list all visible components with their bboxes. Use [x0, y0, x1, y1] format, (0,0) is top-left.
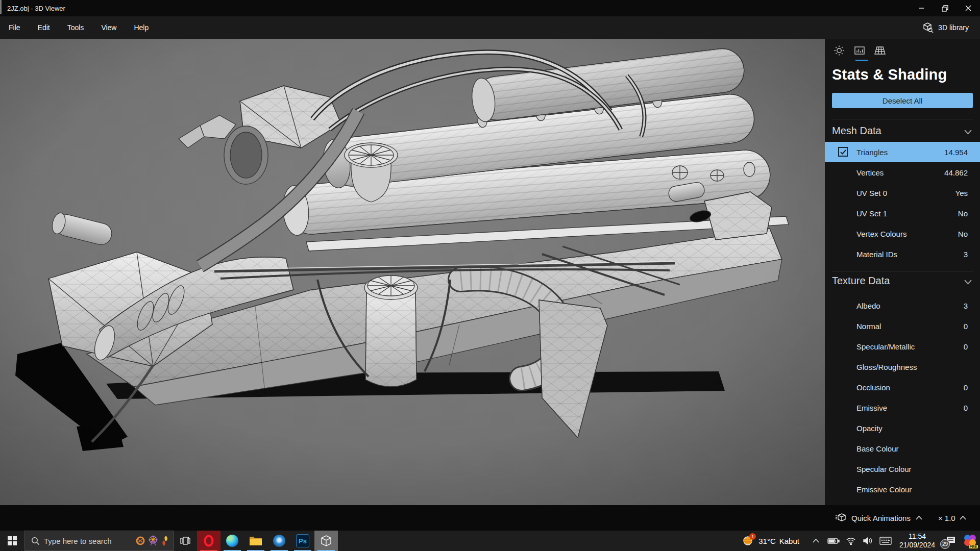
- touch-keyboard-icon[interactable]: [879, 531, 892, 551]
- row-label: Emissive Colour: [856, 485, 912, 494]
- colorful-app-preview-icon[interactable]: PRE: [964, 534, 977, 547]
- row-label: Triangles: [856, 148, 888, 157]
- tab-stats-shading[interactable]: [849, 40, 870, 61]
- row-value: 0: [964, 342, 968, 351]
- row-label: UV Set 0: [856, 189, 887, 197]
- battery-icon[interactable]: [827, 531, 840, 551]
- window-edge-highlight: [0, 0, 2, 14]
- menu-view[interactable]: View: [92, 16, 125, 39]
- restore-icon: [942, 5, 948, 12]
- row-label: Occlusion: [856, 383, 890, 392]
- clock-date: 21/09/2024: [899, 541, 935, 549]
- panel-title: Stats & Shading: [832, 66, 980, 83]
- row-label: UV Set 1: [856, 209, 887, 218]
- mesh-data-label: Mesh Data: [832, 125, 881, 137]
- row-uv-set-1[interactable]: UV Set 1 No: [825, 203, 980, 223]
- pretzel-icon: [135, 536, 145, 546]
- stats-panel: Stats & Shading Deselect All Mesh Data T…: [825, 39, 980, 505]
- wifi-icon[interactable]: [844, 531, 857, 551]
- minimize-button[interactable]: [910, 0, 933, 16]
- close-button[interactable]: [957, 0, 980, 16]
- search-input[interactable]: [44, 537, 131, 545]
- taskbar-app-edge[interactable]: [220, 531, 244, 551]
- photoshop-icon: Ps: [296, 534, 309, 547]
- windows-logo-icon: [8, 536, 17, 545]
- row-value: 0: [964, 322, 968, 331]
- 3d-library-button[interactable]: 3D library: [916, 16, 975, 39]
- hidden-icons-button[interactable]: [810, 531, 823, 551]
- triangles-checkbox[interactable]: [838, 147, 848, 157]
- menu-tools[interactable]: Tools: [59, 16, 93, 39]
- start-button[interactable]: [0, 531, 24, 551]
- row-value: 44.862: [944, 168, 968, 177]
- opera-icon: [203, 535, 215, 547]
- row-value: 3: [964, 250, 968, 259]
- stats-chart-icon: [854, 45, 865, 56]
- row-normal[interactable]: Normal 0: [825, 316, 980, 336]
- chevron-up-icon: [813, 539, 819, 543]
- row-label: Opacity: [856, 424, 883, 433]
- 3d-library-label: 3D library: [938, 23, 969, 32]
- taskbar-app-file-explorer[interactable]: [244, 531, 267, 551]
- edge-icon: [226, 535, 238, 547]
- row-material-ids[interactable]: Material IDs 3: [825, 244, 980, 264]
- row-specular-metallic[interactable]: Specular/Metallic 0: [825, 336, 980, 357]
- taskbar-app-3d-viewer[interactable]: [314, 531, 338, 551]
- window-controls: [910, 0, 980, 16]
- file-explorer-icon: [249, 535, 262, 546]
- taskbar-app-photoscape[interactable]: [267, 531, 291, 551]
- panel-tabs: [825, 39, 980, 62]
- row-value: 0: [964, 383, 968, 392]
- volume-icon[interactable]: [862, 531, 875, 551]
- temperature: 31°C: [758, 537, 776, 545]
- check-icon: [840, 149, 846, 155]
- tab-grid-wireframe[interactable]: [870, 40, 890, 61]
- row-vertex-colours[interactable]: Vertex Colours No: [825, 223, 980, 244]
- row-emissive[interactable]: Emissive 0: [825, 397, 980, 418]
- sun-icon: [834, 45, 845, 56]
- row-uv-set-0[interactable]: UV Set 0 Yes: [825, 183, 980, 203]
- notification-center-button[interactable]: 29: [942, 531, 960, 551]
- row-triangles[interactable]: Triangles 14.954: [825, 142, 980, 162]
- row-label: Normal: [856, 322, 881, 331]
- clock-time: 11:54: [899, 532, 935, 541]
- row-occlusion[interactable]: Occlusion 0: [825, 377, 980, 397]
- texture-data-rows: Albedo 3 Normal 0 Specular/Metallic 0 Gl…: [825, 295, 980, 499]
- row-vertices[interactable]: Vertices 44.862: [825, 162, 980, 183]
- screen: 2JZ.obj - 3D Viewer File Edit Tools View…: [0, 0, 980, 551]
- model-viewport[interactable]: [0, 39, 825, 505]
- quick-animations-expand-button[interactable]: [914, 512, 925, 523]
- mesh-data-rows: Triangles 14.954 Vertices 44.862 UV Set …: [825, 142, 980, 264]
- deselect-all-button[interactable]: Deselect All: [832, 93, 973, 108]
- engine-wireframe-model: [0, 39, 825, 505]
- row-specular-colour[interactable]: Specular Colour: [825, 459, 980, 479]
- mesh-data-header[interactable]: Mesh Data: [825, 119, 980, 142]
- tab-environment[interactable]: [829, 40, 849, 61]
- weather-icon[interactable]: 1: [741, 531, 754, 551]
- menu-bar: File Edit Tools View Help 3D library: [0, 16, 980, 39]
- taskbar-search[interactable]: [24, 531, 174, 551]
- row-label: Vertices: [856, 168, 884, 177]
- task-view-button[interactable]: [174, 531, 197, 551]
- window-title: 2JZ.obj - 3D Viewer: [0, 5, 65, 12]
- row-base-colour[interactable]: Base Colour: [825, 438, 980, 459]
- grid-mesh-icon: [874, 45, 886, 56]
- row-albedo[interactable]: Albedo 3: [825, 295, 980, 316]
- weather-summary[interactable]: 31°C Kabut: [758, 537, 799, 545]
- menu-file[interactable]: File: [0, 16, 29, 39]
- menu-edit[interactable]: Edit: [29, 16, 59, 39]
- taskbar-app-photoshop[interactable]: Ps: [291, 531, 314, 551]
- search-highlight-icons[interactable]: [135, 535, 173, 546]
- restore-button[interactable]: [933, 0, 957, 16]
- taskbar: Ps 1 31°C Kabut: [0, 531, 980, 551]
- animation-speed-button[interactable]: [958, 512, 969, 523]
- texture-data-header[interactable]: Texture Data: [825, 271, 980, 290]
- system-tray: 1 31°C Kabut: [741, 531, 980, 551]
- row-opacity[interactable]: Opacity: [825, 418, 980, 438]
- row-emissive-colour[interactable]: Emissive Colour: [825, 479, 980, 499]
- row-gloss-roughness[interactable]: Gloss/Roughness: [825, 357, 980, 377]
- row-label: Base Colour: [856, 444, 899, 453]
- menu-help[interactable]: Help: [125, 16, 157, 39]
- taskbar-app-opera[interactable]: [197, 531, 220, 551]
- taskbar-clock[interactable]: 11:54 21/09/2024: [896, 532, 938, 549]
